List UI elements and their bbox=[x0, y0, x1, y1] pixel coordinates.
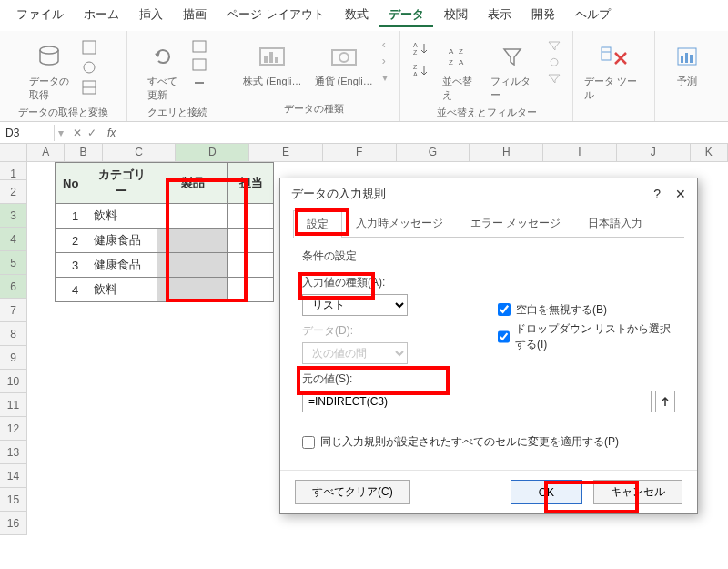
col-k[interactable]: K bbox=[691, 144, 728, 162]
datatype-prev-icon[interactable]: ‹ bbox=[382, 38, 388, 51]
clear-all-button[interactable]: すべてクリア(C) bbox=[295, 480, 410, 504]
col-h[interactable]: H bbox=[470, 144, 543, 162]
sort-az-icon[interactable]: AZ bbox=[408, 38, 433, 58]
menu-developer[interactable]: 開発 bbox=[522, 4, 564, 27]
row-6[interactable]: 6 bbox=[0, 275, 27, 299]
col-c[interactable]: C bbox=[103, 144, 177, 162]
cell-prod-2[interactable] bbox=[157, 229, 228, 253]
cell-no-4[interactable]: 4 bbox=[56, 278, 86, 302]
row-2[interactable]: 2 bbox=[0, 180, 27, 204]
reapply-icon[interactable] bbox=[543, 55, 565, 69]
sort-za-icon[interactable]: ZA bbox=[408, 60, 433, 80]
row-4[interactable]: 4 bbox=[0, 228, 27, 251]
advanced-icon[interactable] bbox=[543, 71, 565, 86]
formula-input[interactable] bbox=[121, 131, 728, 135]
cb-dropdown-list[interactable] bbox=[498, 330, 510, 343]
col-f[interactable]: F bbox=[323, 144, 397, 162]
row-15[interactable]: 15 bbox=[0, 488, 27, 512]
menu-view[interactable]: 表示 bbox=[479, 4, 521, 27]
get-data-button[interactable]: データの 取得 bbox=[25, 38, 73, 104]
forecast-button[interactable]: 予測 bbox=[667, 38, 707, 90]
tab-settings[interactable]: 設定 bbox=[293, 210, 342, 238]
col-i[interactable]: I bbox=[543, 144, 617, 162]
tab-ime[interactable]: 日本語入力 bbox=[574, 209, 656, 237]
queries-icon[interactable] bbox=[188, 38, 212, 55]
row-7[interactable]: 7 bbox=[0, 299, 27, 322]
menu-file[interactable]: ファイル bbox=[7, 4, 73, 27]
cell-prod-3[interactable] bbox=[157, 253, 228, 278]
ok-button[interactable]: OK bbox=[511, 480, 582, 504]
row-13[interactable]: 13 bbox=[0, 441, 27, 464]
enter-formula-icon[interactable]: ✓ bbox=[87, 127, 96, 139]
name-box[interactable]: D3 bbox=[0, 125, 55, 141]
stocks-button[interactable]: 株式 (Engli… bbox=[239, 38, 305, 90]
col-a[interactable]: A bbox=[27, 144, 65, 162]
menu-pagelayout[interactable]: ページ レイアウト bbox=[217, 4, 334, 27]
cb-ignore-blank[interactable] bbox=[498, 303, 511, 316]
col-e[interactable]: E bbox=[249, 144, 323, 162]
cb-apply-all[interactable] bbox=[302, 436, 315, 449]
row-14[interactable]: 14 bbox=[0, 464, 27, 488]
menu-help[interactable]: ヘルプ bbox=[566, 4, 620, 27]
cell-cat-3[interactable]: 健康食品 bbox=[86, 253, 157, 278]
from-web-icon[interactable] bbox=[78, 58, 102, 76]
currency-button[interactable]: 通貨 (Engli… bbox=[311, 38, 377, 90]
row-9[interactable]: 9 bbox=[0, 346, 27, 370]
cell-cat-2[interactable]: 健康食品 bbox=[86, 229, 157, 253]
dialog-help-icon[interactable]: ? bbox=[653, 187, 661, 201]
datatype-more-icon[interactable]: ▾ bbox=[382, 71, 388, 84]
from-table-icon[interactable] bbox=[78, 78, 102, 97]
tab-error-alert[interactable]: エラー メッセージ bbox=[457, 209, 574, 237]
row-12[interactable]: 12 bbox=[0, 417, 27, 441]
allow-dropdown[interactable]: リスト bbox=[302, 294, 408, 316]
cell-prod-1[interactable] bbox=[157, 204, 228, 229]
clear-filter-icon[interactable] bbox=[543, 38, 565, 53]
cell-tantou-4[interactable] bbox=[228, 278, 274, 302]
cell-prod-4[interactable] bbox=[157, 278, 228, 302]
from-text-icon[interactable] bbox=[78, 38, 102, 56]
col-g[interactable]: G bbox=[397, 144, 470, 162]
source-input[interactable] bbox=[302, 391, 652, 412]
menu-review[interactable]: 校閲 bbox=[435, 4, 477, 27]
col-j[interactable]: J bbox=[617, 144, 691, 162]
cell-no-2[interactable]: 2 bbox=[56, 229, 86, 253]
menu-formulas[interactable]: 数式 bbox=[336, 4, 378, 27]
cell-tantou-3[interactable] bbox=[228, 253, 274, 278]
cancel-formula-icon[interactable]: ✕ bbox=[73, 127, 82, 139]
editlinks-icon[interactable] bbox=[188, 75, 212, 91]
cell-cat-4[interactable]: 飲料 bbox=[86, 278, 157, 302]
col-b[interactable]: B bbox=[65, 144, 102, 162]
row-16[interactable]: 16 bbox=[0, 512, 27, 535]
col-d[interactable]: D bbox=[176, 144, 249, 162]
menu-draw[interactable]: 描画 bbox=[174, 4, 216, 27]
datatype-next-icon[interactable]: › bbox=[382, 55, 388, 67]
fx-icon[interactable]: fx bbox=[102, 127, 121, 139]
row-8[interactable]: 8 bbox=[0, 322, 27, 346]
namebox-dropdown-icon[interactable]: ▾ bbox=[55, 127, 67, 139]
row-11[interactable]: 11 bbox=[0, 393, 27, 417]
row-5[interactable]: 5 bbox=[0, 251, 27, 275]
menu-home[interactable]: ホーム bbox=[75, 4, 128, 27]
data-tools-button[interactable]: データ ツール bbox=[581, 38, 647, 104]
filter-button[interactable]: フィルター bbox=[487, 38, 538, 104]
cell-no-1[interactable]: 1 bbox=[56, 204, 86, 229]
dialog-close-icon[interactable]: ✕ bbox=[675, 187, 686, 201]
cell-tantou-2[interactable] bbox=[228, 229, 274, 253]
row-1[interactable]: 1 bbox=[0, 162, 27, 180]
refresh-all-button[interactable]: すべて 更新 bbox=[143, 38, 183, 104]
tab-input-message[interactable]: 入力時メッセージ bbox=[342, 209, 457, 237]
select-all-corner[interactable] bbox=[0, 144, 27, 162]
cell-no-3[interactable]: 3 bbox=[56, 253, 86, 278]
menu-data[interactable]: データ bbox=[379, 4, 433, 27]
cell-cat-1[interactable]: 飲料 bbox=[86, 204, 157, 229]
range-selector-icon[interactable] bbox=[655, 391, 675, 412]
refresh-label: すべて 更新 bbox=[147, 75, 177, 102]
menu-insert[interactable]: 挿入 bbox=[130, 4, 172, 27]
row-3[interactable]: 3 bbox=[0, 204, 27, 228]
cell-tantou-1[interactable] bbox=[228, 204, 274, 229]
cancel-button[interactable]: キャンセル bbox=[593, 480, 682, 504]
properties-icon[interactable] bbox=[188, 56, 212, 73]
row-10[interactable]: 10 bbox=[0, 370, 27, 393]
sort-button[interactable]: AZZA 並べ替え bbox=[439, 38, 481, 104]
formula-bar: D3 ▾ ✕ ✓ fx bbox=[0, 122, 728, 144]
